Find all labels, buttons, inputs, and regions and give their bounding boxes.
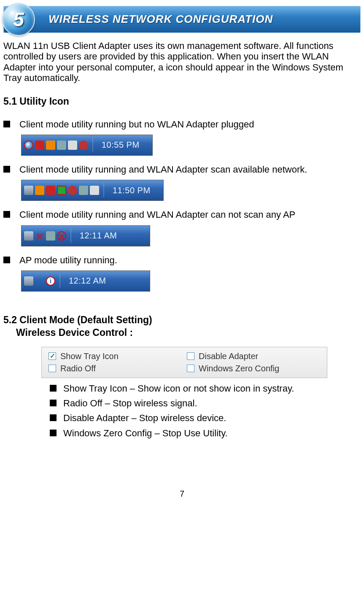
checkbox-label: Windows Zero Config (199, 364, 279, 373)
tray-time: 12:11 AM (80, 231, 117, 241)
checkbox-icon (187, 365, 194, 372)
wireless-device-control-panel: Show Tray Icon Disable Adapter Radio Off… (41, 347, 327, 378)
chapter-title: WIRELESS NETWORK CONFIGURATION (49, 13, 273, 26)
list-item: AP mode utility running. (3, 255, 361, 265)
list-item: Client mode utility running and WLAN Ada… (3, 209, 361, 220)
square-bullet-icon (50, 400, 57, 406)
checkbox-label: Disable Adapter (199, 351, 258, 361)
list-item: Disable Adapter – Stop wireless device. (50, 413, 361, 423)
square-bullet-icon (50, 385, 57, 392)
checkbox-windows-zero-config[interactable]: Windows Zero Config (187, 364, 320, 373)
systray-ap-mode: i 12:12 AM (21, 270, 150, 292)
list-item: Radio Off – Stop wireless signal. (50, 398, 361, 408)
tray-separator (103, 183, 104, 197)
tray-icon (24, 276, 33, 286)
tray-icon (24, 186, 33, 195)
tray-icon (46, 186, 55, 195)
list-item: Windows Zero Config – Stop Use Utility. (50, 428, 361, 438)
list-item-text: Client mode utility running and WLAN Ada… (19, 164, 361, 175)
checkbox-label: Radio Off (60, 364, 96, 373)
list-item-text: Windows Zero Config – Stop Use Utility. (63, 428, 361, 438)
tray-separator (70, 229, 71, 243)
ap-mode-info-icon: i (46, 276, 55, 286)
checkbox-show-tray-icon[interactable]: Show Tray Icon (49, 351, 182, 361)
section-5-2-heading: 5.2 Client Mode (Default Setting) (3, 314, 361, 325)
section-5-2-subheading: Wireless Device Control : (16, 327, 361, 338)
intro-paragraph: WLAN 11n USB Client Adapter uses its own… (3, 41, 361, 83)
tray-icon (79, 186, 88, 195)
tray-icon (46, 231, 55, 241)
list-item-text: Client mode utility running and WLAN Ada… (19, 209, 361, 220)
tray-icon (68, 141, 77, 150)
tray-separator (92, 138, 93, 152)
square-bullet-icon (50, 430, 57, 436)
tray-icon (90, 186, 99, 195)
tray-time: 10:55 PM (102, 140, 140, 150)
list-item-text: Client mode utility running but no WLAN … (19, 119, 361, 130)
tray-icon (35, 141, 44, 150)
square-bullet-icon (3, 166, 10, 173)
list-item: Show Tray Icon – Show icon or not show i… (50, 383, 361, 394)
tray-separator (59, 274, 60, 288)
list-item-text: Show Tray Icon – Show icon or not show i… (63, 383, 361, 394)
wlan-disabled-icon (24, 141, 33, 150)
list-item: Client mode utility running and WLAN Ada… (3, 164, 361, 175)
explain-list: Show Tray Icon – Show icon or not show i… (50, 383, 361, 438)
list-item-text: Radio Off – Stop wireless signal. (63, 398, 361, 408)
tray-time: 11:50 PM (113, 186, 151, 195)
page-number: 7 (3, 489, 361, 499)
square-bullet-icon (50, 414, 57, 421)
systray-no-adapter: 10:55 PM (21, 135, 153, 156)
tray-icon (24, 231, 33, 241)
tray-icon (35, 186, 44, 195)
tray-icon (68, 186, 77, 195)
list-item: Client mode utility running but no WLAN … (3, 119, 361, 130)
square-bullet-icon (3, 211, 10, 218)
checkbox-label: Show Tray Icon (60, 351, 119, 361)
wlan-no-ap-icon (57, 231, 66, 241)
section-5-1-heading: 5.1 Utility Icon (3, 96, 361, 107)
chapter-number-badge: 5 (2, 3, 35, 36)
tray-icon (57, 141, 66, 150)
cross-out-icon (35, 231, 44, 241)
tray-time: 12:12 AM (69, 276, 106, 286)
tray-icon (46, 141, 55, 150)
tray-gap (35, 276, 44, 286)
systray-scan-available: 11:50 PM (21, 180, 164, 201)
square-bullet-icon (3, 257, 10, 263)
systray-no-ap: 12:11 AM (21, 225, 150, 246)
wlan-signal-icon (57, 186, 66, 195)
list-item-text: Disable Adapter – Stop wireless device. (63, 413, 361, 423)
checkbox-disable-adapter[interactable]: Disable Adapter (187, 351, 320, 361)
checkbox-icon (187, 352, 194, 360)
checkbox-icon (49, 365, 56, 372)
list-item-text: AP mode utility running. (19, 255, 361, 265)
square-bullet-icon (3, 121, 10, 127)
checkbox-radio-off[interactable]: Radio Off (49, 364, 182, 373)
checkbox-icon (49, 352, 56, 360)
tray-icon (79, 141, 88, 150)
chapter-header: 5 WIRELESS NETWORK CONFIGURATION (3, 6, 361, 33)
